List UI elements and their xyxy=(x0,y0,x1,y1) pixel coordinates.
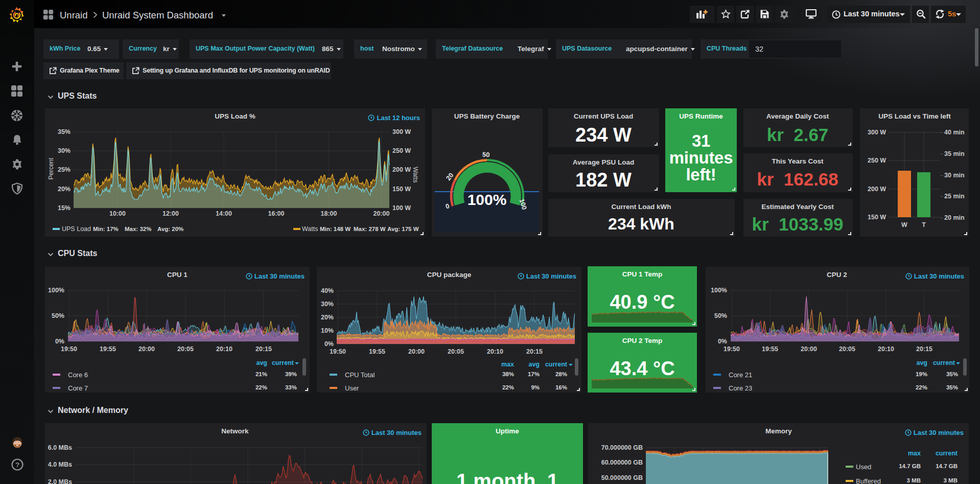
svg-text:?: ? xyxy=(15,461,19,469)
